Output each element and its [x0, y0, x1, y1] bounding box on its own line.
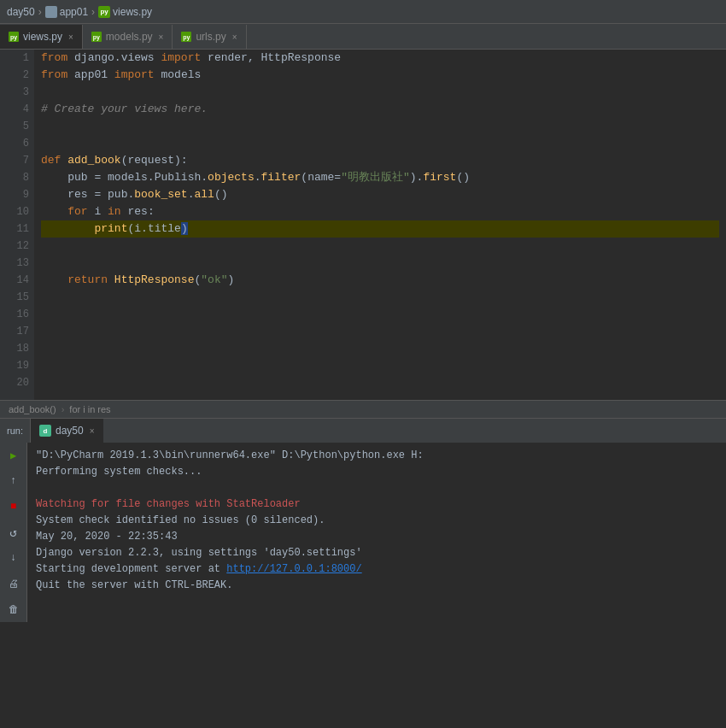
output-line-1: "D:\PyCharm 2019.1.3\bin\runnerw64.exe" …	[36, 448, 717, 464]
output-line-9: Quit the server with CTRL-BREAK.	[36, 578, 717, 594]
status-func: add_book()	[9, 404, 56, 414]
code-line-6	[41, 135, 719, 152]
file-label: views.py	[113, 6, 152, 18]
code-line-13	[41, 255, 719, 272]
code-line-15	[41, 289, 719, 306]
output-line-2: Performing system checks...	[36, 464, 717, 480]
code-line-16	[41, 306, 719, 323]
run-tab-close[interactable]: ×	[90, 426, 95, 436]
run-play-button[interactable]: ▶	[4, 446, 23, 465]
breadcrumb-project: day50	[7, 6, 35, 18]
ln-11: 11	[5, 220, 29, 238]
module-label: app01	[60, 6, 88, 18]
code-line-7: def add_book(request):	[41, 152, 719, 169]
ln-1: 1	[5, 50, 29, 67]
run-scroll-up-button[interactable]: ↑	[4, 472, 23, 490]
tab-models[interactable]: py models.py ×	[83, 25, 173, 49]
code-line-17	[41, 323, 719, 340]
ln-20: 20	[5, 374, 29, 391]
server-url-link[interactable]: http://127.0.0.1:8000/	[226, 563, 361, 575]
breadcrumb: day50 › app01 › py views.py	[7, 6, 152, 18]
py-file-icon: py	[98, 6, 110, 18]
code-line-20	[41, 374, 719, 391]
ln-13: 13	[5, 255, 29, 272]
ln-16: 16	[5, 306, 29, 323]
code-line-8: pub = models.Publish.objects.filter(name…	[41, 169, 719, 186]
status-sep: ›	[61, 404, 65, 414]
ln-2: 2	[5, 67, 29, 84]
code-line-4: # Create your views here.	[41, 101, 719, 118]
project-label: day50	[7, 6, 35, 18]
tab-urls-label: urls.py	[196, 31, 225, 43]
ln-19: 19	[5, 357, 29, 374]
breadcrumb-file: py views.py	[98, 6, 152, 18]
run-panel: run: d day50 × ▶ ↑ ■ ↺ ↓ 🖨 🗑 "D:\PyCharm…	[0, 419, 726, 622]
code-line-9: res = pub.book_set.all()	[41, 186, 719, 203]
tab-bar: py views.py × py models.py × py urls.py …	[0, 24, 726, 50]
ln-3: 3	[5, 84, 29, 101]
folder-icon	[45, 6, 57, 18]
output-line-6: May 20, 2020 - 22:35:43	[36, 529, 717, 545]
code-line-14: return HttpResponse("ok")	[41, 272, 719, 289]
code-line-5	[41, 118, 719, 135]
code-line-18	[41, 340, 719, 357]
tab-models-close[interactable]: ×	[159, 32, 164, 42]
sep1: ›	[38, 6, 42, 18]
tab-urls[interactable]: py urls.py ×	[173, 25, 246, 49]
run-print-button[interactable]: 🖨	[4, 574, 23, 593]
sep2: ›	[91, 6, 95, 18]
ln-14: 14	[5, 272, 29, 289]
line-numbers: 1 2 3 4 5 6 7 8 9 10 11 12 13 14 15 16 1…	[0, 50, 34, 400]
ln-4: 4	[5, 101, 29, 118]
output-line-5: System check identified no issues (0 sil…	[36, 513, 717, 529]
run-tab-bar: run: d day50 ×	[0, 419, 726, 443]
code-line-3	[41, 84, 719, 101]
code-editor[interactable]: from django.views import render, HttpRes…	[34, 50, 726, 400]
ln-6: 6	[5, 135, 29, 152]
run-tab-day50[interactable]: d day50 ×	[31, 419, 103, 443]
ln-18: 18	[5, 340, 29, 357]
ln-17: 17	[5, 323, 29, 340]
run-trash-button[interactable]: 🗑	[4, 600, 23, 619]
ln-8: 8	[5, 169, 29, 186]
tab-views-label: views.py	[23, 31, 62, 43]
run-tab-label: day50	[56, 425, 84, 437]
output-line-3	[36, 480, 717, 496]
title-bar: day50 › app01 › py views.py	[0, 0, 726, 24]
ln-12: 12	[5, 238, 29, 255]
code-line-12	[41, 238, 719, 255]
tab-views-close[interactable]: ×	[68, 32, 73, 42]
ln-7: 7	[5, 152, 29, 169]
output-line-7: Django version 2.2.3, using settings 'da…	[36, 545, 717, 561]
run-output: "D:\PyCharm 2019.1.3\bin\runnerw64.exe" …	[27, 443, 726, 622]
code-line-1: from django.views import render, HttpRes…	[41, 50, 719, 67]
run-sidebar: ▶ ↑ ■ ↺ ↓ 🖨 🗑	[0, 443, 27, 622]
run-stop-button[interactable]: ■	[4, 497, 23, 516]
code-line-11: print(i.title)	[41, 220, 719, 238]
run-label: run:	[0, 419, 31, 443]
tab-views[interactable]: py views.py ×	[0, 25, 83, 49]
ln-5: 5	[5, 118, 29, 135]
code-line-10: for i in res:	[41, 203, 719, 220]
run-scroll-down-button[interactable]: ↓	[4, 549, 23, 567]
output-line-4: Watching for file changes with StatReloa…	[36, 496, 717, 513]
breadcrumb-status-bar: add_book() › for i in res	[0, 400, 726, 419]
code-line-19	[41, 357, 719, 374]
tab-models-icon: py	[91, 32, 102, 42]
output-line-8: Starting development server at http://12…	[36, 561, 717, 578]
code-line-2: from app01 import models	[41, 67, 719, 84]
tab-views-icon: py	[9, 32, 19, 42]
ln-10: 10	[5, 203, 29, 220]
tab-urls-close[interactable]: ×	[232, 32, 237, 42]
ln-15: 15	[5, 289, 29, 306]
breadcrumb-module: app01	[45, 6, 88, 18]
ln-9: 9	[5, 186, 29, 203]
tab-models-label: models.py	[106, 31, 153, 43]
tab-urls-icon: py	[181, 32, 191, 42]
editor-area: 1 2 3 4 5 6 7 8 9 10 11 12 13 14 15 16 1…	[0, 50, 726, 400]
django-icon: d	[39, 425, 51, 437]
run-body: ▶ ↑ ■ ↺ ↓ 🖨 🗑 "D:\PyCharm 2019.1.3\bin\r…	[0, 443, 726, 622]
status-location: for i in res	[69, 404, 110, 414]
run-rerun-button[interactable]: ↺	[4, 523, 23, 542]
